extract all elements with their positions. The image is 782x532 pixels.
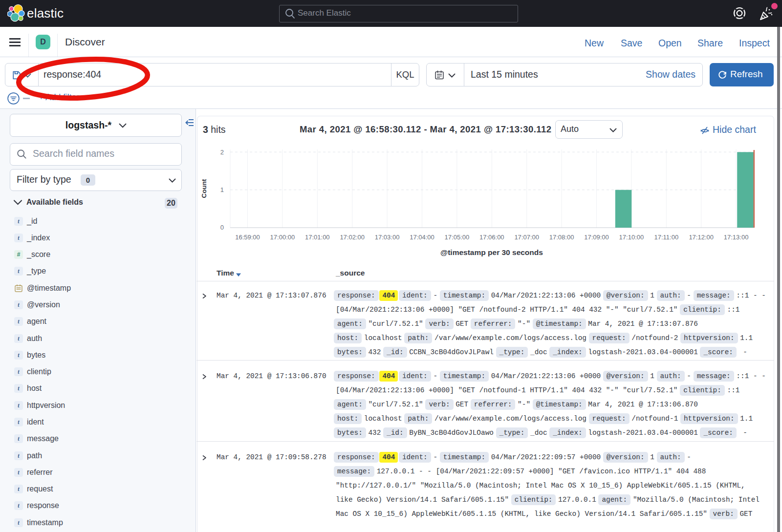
svg-text:17:08:00: 17:08:00	[549, 234, 574, 241]
svg-text:17:04:00: 17:04:00	[410, 234, 434, 241]
svg-text:17:03:00: 17:03:00	[375, 234, 400, 241]
svg-text:17:11:00: 17:11:00	[654, 234, 678, 241]
svg-text:17:01:00: 17:01:00	[305, 234, 330, 241]
svg-text:17:02:00: 17:02:00	[340, 234, 365, 241]
svg-text:16:59:00: 16:59:00	[235, 234, 260, 241]
svg-text:17:07:00: 17:07:00	[514, 234, 539, 241]
svg-text:17:10:00: 17:10:00	[619, 234, 644, 241]
svg-text:17:06:00: 17:06:00	[479, 234, 504, 241]
svg-text:Count: Count	[200, 179, 208, 198]
svg-text:0: 0	[220, 224, 224, 231]
svg-text:17:00:00: 17:00:00	[270, 234, 295, 241]
svg-text:2: 2	[220, 149, 224, 156]
svg-text:17:12:00: 17:12:00	[689, 234, 714, 241]
svg-text:17:13:00: 17:13:00	[724, 234, 749, 241]
svg-text:17:09:00: 17:09:00	[584, 234, 609, 241]
svg-text:1: 1	[220, 186, 224, 193]
svg-text:17:05:00: 17:05:00	[445, 234, 470, 241]
